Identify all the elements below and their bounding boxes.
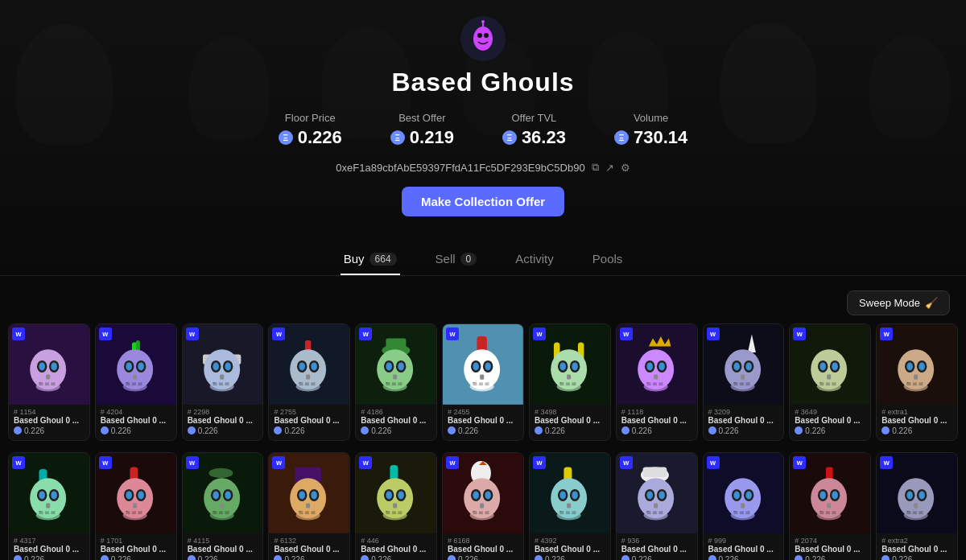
eth-dot bbox=[881, 426, 890, 434]
stat-best-offer: Best Offer Ξ 0.219 bbox=[390, 112, 454, 148]
settings-icon[interactable]: ⚙ bbox=[621, 162, 630, 174]
nft-info: # extra2 Based Ghoul 0 ... 0.226 bbox=[877, 533, 957, 560]
svg-point-161 bbox=[138, 491, 143, 499]
eth-dot bbox=[361, 426, 369, 434]
svg-point-63 bbox=[398, 362, 404, 370]
svg-point-117 bbox=[730, 381, 754, 391]
svg-point-43 bbox=[209, 381, 233, 391]
tab-buy[interactable]: Buy 664 bbox=[341, 245, 400, 275]
nft-card[interactable]: w # 2298 Based Ghoul 0 ... 0.226 bbox=[182, 323, 264, 441]
nft-image: w bbox=[269, 453, 349, 533]
svg-point-26 bbox=[138, 362, 143, 370]
svg-point-112 bbox=[745, 362, 751, 370]
price-value: 0.226 bbox=[632, 426, 652, 435]
tab-pools[interactable]: Pools bbox=[589, 245, 626, 275]
svg-rect-64 bbox=[393, 374, 397, 379]
nft-card[interactable]: w # 2455 Based Ghoul 0 ... 0.226 bbox=[442, 323, 524, 441]
nft-card[interactable]: w # 936 Based Ghoul 0 ... 0.226 bbox=[616, 452, 698, 560]
nft-card[interactable]: w # 999 Based Ghoul 0 ... 0.226 bbox=[703, 452, 785, 560]
nft-card[interactable]: w # 6132 Based Ghoul 0 ... 0.226 bbox=[268, 452, 350, 560]
sweep-icon: 🧹 bbox=[925, 297, 938, 309]
svg-point-93 bbox=[557, 381, 581, 391]
svg-rect-186 bbox=[307, 503, 311, 508]
nft-card[interactable]: w # extra1 Based Ghoul 0 ... 0.226 bbox=[876, 323, 958, 441]
nft-name: Based Ghoul 0 ... bbox=[535, 545, 605, 554]
svg-point-12 bbox=[39, 362, 44, 370]
nft-card[interactable]: w # 4317 Based Ghoul 0 ... 0.226 bbox=[8, 452, 90, 560]
price-value: 0.226 bbox=[545, 426, 565, 435]
svg-point-210 bbox=[485, 491, 490, 499]
tab-buy-label: Buy bbox=[344, 252, 365, 266]
w-badge: w bbox=[12, 327, 25, 340]
external-link-icon[interactable]: ↗ bbox=[605, 162, 614, 174]
eth-dot bbox=[188, 426, 196, 434]
nft-price: 0.226 bbox=[274, 555, 345, 560]
eth-dot bbox=[621, 426, 630, 434]
nft-card[interactable]: w # 2755 Based Ghoul 0 ... 0.226 bbox=[268, 323, 350, 441]
svg-rect-101 bbox=[654, 374, 658, 379]
price-value: 0.226 bbox=[805, 426, 825, 435]
nft-image: w bbox=[704, 324, 784, 405]
nft-number: # extra1 bbox=[881, 408, 952, 416]
w-badge: w bbox=[707, 456, 720, 469]
nft-card[interactable]: w # 4204 Based Ghoul 0 ... 0.226 bbox=[95, 323, 177, 441]
svg-rect-27 bbox=[133, 374, 137, 379]
svg-point-126 bbox=[832, 362, 838, 370]
w-badge: w bbox=[620, 327, 633, 340]
nft-number: # extra2 bbox=[881, 537, 952, 545]
eth-dot bbox=[881, 555, 890, 560]
nft-name: Based Ghoul 0 ... bbox=[188, 545, 258, 554]
nft-card[interactable]: w # 2074 Based Ghoul 0 ... 0.226 bbox=[789, 452, 871, 560]
nft-card[interactable]: w # 4186 Based Ghoul 0 ... 0.226 bbox=[355, 323, 437, 441]
nft-card[interactable]: w # 1154 Based Ghoul 0 ... 0.226 bbox=[8, 323, 90, 441]
sweep-mode-button[interactable]: Sweep Mode 🧹 bbox=[847, 290, 950, 315]
nft-info: # 2298 Based Ghoul 0 ... 0.226 bbox=[183, 405, 263, 440]
svg-point-37 bbox=[213, 362, 218, 370]
svg-point-196 bbox=[386, 491, 392, 499]
copy-icon[interactable]: ⧉ bbox=[592, 161, 599, 174]
nft-info: # 3498 Based Ghoul 0 ... 0.226 bbox=[530, 405, 610, 440]
nft-card[interactable]: w # 4392 Based Ghoul 0 ... 0.226 bbox=[529, 452, 611, 560]
eth-dot bbox=[14, 426, 22, 434]
w-badge: w bbox=[99, 456, 112, 469]
nft-card[interactable]: w # 3498 Based Ghoul 0 ... 0.226 bbox=[529, 323, 611, 441]
nft-card[interactable]: w # extra2 Based Ghoul 0 ... 0.226 bbox=[876, 452, 958, 560]
nft-price: 0.226 bbox=[361, 426, 431, 435]
nft-name: Based Ghoul 0 ... bbox=[361, 416, 431, 425]
nft-card[interactable]: w # 3209 Based Ghoul 0 ... 0.226 bbox=[703, 323, 785, 441]
w-badge: w bbox=[272, 456, 285, 469]
w-badge: w bbox=[620, 456, 633, 469]
svg-point-49 bbox=[299, 362, 305, 370]
price-value: 0.226 bbox=[198, 555, 218, 560]
tab-sell[interactable]: Sell 0 bbox=[432, 245, 481, 275]
svg-point-125 bbox=[820, 362, 826, 370]
eth-icon-offer: Ξ bbox=[390, 130, 405, 145]
make-collection-offer-button[interactable]: Make Collection Offer bbox=[402, 187, 564, 216]
nft-card[interactable]: w # 1701 Based Ghoul 0 ... 0.226 bbox=[95, 452, 177, 560]
tab-sell-count: 0 bbox=[460, 253, 477, 266]
svg-point-240 bbox=[643, 510, 667, 520]
best-offer-value: 0.219 bbox=[410, 127, 454, 148]
nft-name: Based Ghoul 0 ... bbox=[795, 416, 865, 425]
svg-point-131 bbox=[817, 381, 841, 391]
svg-point-215 bbox=[470, 510, 494, 520]
nft-info: # 3649 Based Ghoul 0 ... 0.226 bbox=[790, 405, 870, 440]
tab-activity[interactable]: Activity bbox=[512, 245, 557, 275]
svg-point-74 bbox=[473, 362, 479, 370]
svg-point-68 bbox=[383, 381, 407, 391]
nft-card[interactable]: w # 4115 Based Ghoul 0 ... 0.226 bbox=[182, 452, 264, 560]
nft-card[interactable]: w # 1118 Based Ghoul 0 ... 0.226 bbox=[616, 323, 698, 441]
nft-card[interactable]: w # 6168 Based Ghoul 0 ... 0.226 bbox=[442, 452, 524, 560]
nft-info: # 4392 Based Ghoul 0 ... 0.226 bbox=[530, 533, 610, 560]
nft-info: # 1154 Based Ghoul 0 ... 0.226 bbox=[9, 405, 89, 440]
nft-number: # 936 bbox=[621, 537, 692, 545]
w-badge: w bbox=[272, 327, 285, 340]
svg-point-209 bbox=[473, 491, 479, 499]
nft-card[interactable]: w # 446 Based Ghoul 0 ... 0.226 bbox=[355, 452, 437, 560]
tabs-row: Buy 664 Sell 0 Activity Pools bbox=[0, 245, 966, 276]
nft-number: # 3209 bbox=[708, 408, 779, 416]
price-value: 0.226 bbox=[284, 426, 304, 435]
nft-image: w bbox=[443, 453, 523, 533]
nft-card[interactable]: w # 3649 Based Ghoul 0 ... 0.226 bbox=[789, 323, 871, 441]
svg-point-18 bbox=[36, 381, 60, 391]
